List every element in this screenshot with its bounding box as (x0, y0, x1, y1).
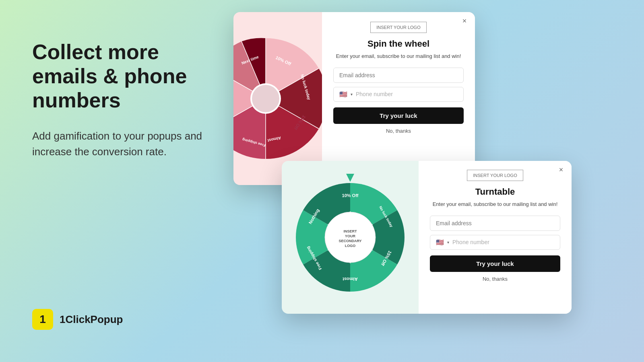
svg-text:INSERT: INSERT (343, 229, 357, 233)
turntable-pointer (346, 174, 354, 182)
popup2: INSERT YOUR SECONDARY LOGO Nothing 10% O… (282, 161, 572, 314)
popup1: 30% Off Next time 10% Off No luck today … (233, 12, 475, 185)
svg-text:SECONDARY: SECONDARY (339, 239, 361, 243)
popup2-flag-icon: 🇺🇸 (436, 239, 444, 246)
popup1-form: × INSERT YOUR LOGO Spin the wheel Enter … (322, 12, 475, 185)
sub-text: Add gamification to your popups and incr… (32, 128, 225, 160)
popup1-no-thanks[interactable]: No, thanks (386, 128, 411, 134)
popup2-logo: INSERT YOUR LOGO (467, 170, 523, 181)
popup2-subtitle: Enter your email, subscribe to our maili… (433, 200, 558, 208)
popup2-flag-chevron: ▾ (447, 240, 449, 245)
popup1-logo: INSERT YOUR LOGO (370, 22, 426, 33)
popup2-title: Turntable (475, 187, 515, 197)
popup1-try-button[interactable]: Try your luck (333, 107, 464, 124)
popup1-email-input[interactable] (333, 68, 464, 83)
popup2-close-button[interactable]: × (556, 165, 566, 175)
popup2-form: × INSERT YOUR LOGO Turntable Enter your … (419, 161, 572, 314)
popup1-wheel-section: 30% Off Next time 10% Off No luck today … (233, 12, 322, 185)
popup2-no-thanks[interactable]: No, thanks (483, 276, 508, 282)
popup2-try-button[interactable]: Try your luck (430, 255, 560, 272)
popup2-phone-wrapper: 🇺🇸 ▾ Phone number (430, 235, 560, 250)
popup1-title: Spin the wheel (367, 39, 429, 49)
svg-text:Almost: Almost (343, 277, 358, 282)
popup2-wheel-section: INSERT YOUR SECONDARY LOGO Nothing 10% O… (282, 161, 419, 314)
popup2-email-input[interactable] (430, 216, 560, 231)
popup1-flag-chevron: ▾ (351, 92, 353, 97)
svg-text:10% Off: 10% Off (342, 193, 359, 198)
popup2-phone-placeholder: Phone number (452, 239, 554, 245)
svg-point-8 (252, 85, 279, 112)
spin-wheel: 30% Off Next time 10% Off No luck today … (233, 34, 322, 163)
svg-text:YOUR: YOUR (345, 234, 356, 238)
popup1-phone-wrapper: 🇺🇸 ▾ Phone number (333, 87, 464, 102)
brand-icon: 1 (32, 309, 53, 330)
popup1-phone-placeholder: Phone number (356, 91, 458, 97)
brand-name: 1ClickPopup (60, 313, 123, 326)
popup1-flag-icon: 🇺🇸 (339, 90, 347, 98)
popup1-subtitle: Enter your email, subscribe to our maili… (336, 52, 461, 60)
brand-area: 1 1ClickPopup (32, 309, 123, 330)
turntable-wheel: INSERT YOUR SECONDARY LOGO Nothing 10% O… (290, 177, 411, 298)
left-section: Collect more emails & phone numbers Add … (32, 40, 225, 184)
svg-text:LOGO: LOGO (345, 244, 356, 248)
popup1-close-button[interactable]: × (460, 16, 469, 26)
main-heading: Collect more emails & phone numbers (32, 40, 225, 112)
